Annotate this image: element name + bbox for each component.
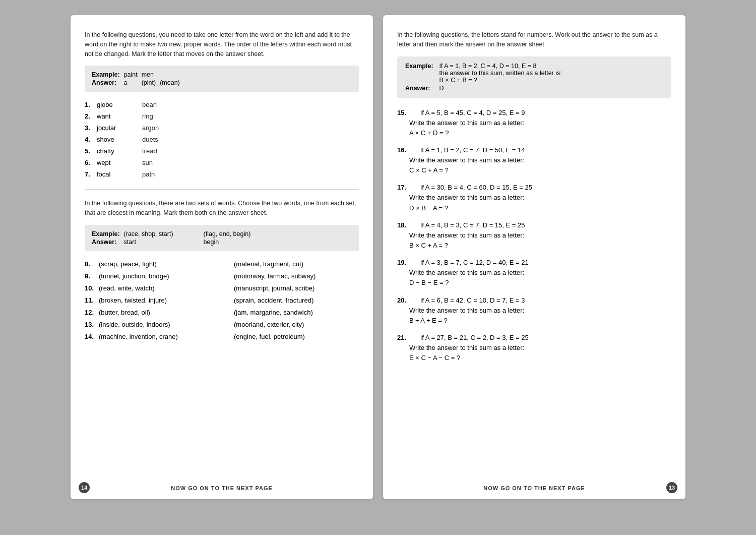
- values-line: If A = 1, B = 2, C = 7, D = 50, E = 14: [420, 146, 525, 154]
- question-number: 5.: [85, 147, 97, 155]
- question-number: 7.: [85, 170, 97, 178]
- write-line: Write the answer to this sum as a letter…: [409, 306, 671, 316]
- write-line: Write the answer to this sum as a letter…: [409, 230, 671, 241]
- list-item: 14.(machine, invention, crane)(engine, f…: [85, 333, 359, 340]
- list-item: 13.(inside, outside, indoors)(moorland, …: [85, 321, 359, 328]
- list-item: 8.(scrap, peace, fight)(material, fragme…: [85, 260, 359, 268]
- ex2-val1: (race, shop, start): [124, 230, 204, 238]
- sum-line: D − B − E = ?: [409, 278, 671, 288]
- sum-line: D × B − A = ?: [409, 203, 671, 213]
- word-left: chatty: [97, 147, 142, 155]
- list-item: 12.(butter, bread, oil)(jam, margarine, …: [85, 309, 359, 316]
- right-ex-label2: Answer:: [405, 85, 438, 92]
- section2-intro: In the following questions, there are tw…: [85, 199, 359, 218]
- list-item: 2.wantring: [85, 112, 359, 120]
- question-number: 9.: [85, 272, 99, 280]
- synonym-group1: (scrap, peace, fight): [99, 260, 224, 268]
- question-number: 8.: [85, 260, 99, 268]
- list-item: 20. If A = 6, B = 42, C = 10, D = 7, E =…: [397, 295, 671, 326]
- example-val1a: paint: [124, 71, 142, 79]
- section1-questions: 1.globebean2.wantring3.jocularargon4.sho…: [85, 101, 359, 178]
- page-number-right: 13: [666, 482, 677, 493]
- word-left: want: [97, 112, 142, 120]
- example-val2c: (mean): [160, 79, 184, 87]
- example-label1: Example:: [92, 71, 124, 79]
- word-right: argon: [142, 124, 159, 132]
- word-left: shove: [97, 136, 142, 143]
- right-example-box: Example: If A = 1, B = 2, C = 4, D = 10,…: [397, 56, 671, 98]
- word-right: tread: [142, 147, 157, 155]
- write-line: Write the answer to this sum as a letter…: [409, 268, 671, 278]
- sum-line: A × C + D = ?: [409, 128, 671, 138]
- list-item: 19. If A = 3, B = 7, C = 12, D = 40, E =…: [397, 258, 671, 288]
- right-ex-ans: D: [439, 85, 562, 92]
- synonym-group2: (jam, margarine, sandwich): [224, 309, 359, 316]
- synonym-group1: (butter, bread, oil): [99, 309, 224, 316]
- list-item: 4.shoveduets: [85, 136, 359, 143]
- section1-intro: In the following questions, you need to …: [85, 30, 359, 58]
- sum-line: B × C + A = ?: [409, 241, 671, 251]
- footer-right: NOW GO ON TO THE NEXT PAGE: [483, 485, 585, 491]
- write-line: Write the answer to this sum as a letter…: [409, 343, 671, 353]
- synonym-group2: (moorland, exterior, city): [224, 321, 359, 328]
- list-item: 1.globebean: [85, 101, 359, 108]
- values-line: If A = 27, B = 21, C = 2, D = 3, E = 25: [420, 334, 529, 341]
- list-item: 5.chattytread: [85, 147, 359, 155]
- right-ex-line2: the answer to this sum, written as a let…: [439, 70, 562, 77]
- list-item: 17. If A = 30, B = 4, C = 60, D = 15, E …: [397, 183, 671, 213]
- right-page: In the following questions, the letters …: [383, 15, 685, 499]
- sum-line: E × C − A − C = ?: [409, 353, 671, 363]
- question-number: 1.: [85, 101, 97, 108]
- list-item: 9.(tunnel, junction, bridge)(motorway, t…: [85, 272, 359, 280]
- question-number: 16.: [397, 146, 406, 154]
- word-right: sun: [142, 159, 153, 166]
- question-number: 6.: [85, 159, 97, 166]
- left-page: In the following questions, you need to …: [71, 15, 373, 499]
- synonym-group1: (read, write, watch): [99, 284, 224, 292]
- example-val1b: men: [142, 71, 160, 79]
- question-number: 20.: [397, 296, 406, 304]
- ex2-ans1: start: [124, 238, 204, 246]
- question-number: 11.: [85, 296, 99, 304]
- list-item: 18. If A = 4, B = 3, C = 7, D = 15, E = …: [397, 220, 671, 251]
- page-number-left: 14: [79, 482, 90, 493]
- synonym-group1: (machine, invention, crane): [99, 333, 224, 340]
- question-number: 17.: [397, 184, 406, 191]
- question-number: 21.: [397, 334, 406, 341]
- synonym-group2: (motorway, tarmac, subway): [224, 272, 359, 280]
- list-item: 10.(read, write, watch)(manuscript, jour…: [85, 284, 359, 292]
- question-number: 13.: [85, 321, 99, 328]
- write-line: Write the answer to this sum as a letter…: [409, 193, 671, 203]
- example-label2: Answer:: [92, 79, 124, 87]
- word-right: ring: [142, 112, 153, 120]
- write-line: Write the answer to this sum as a letter…: [409, 155, 671, 165]
- values-line: If A = 3, B = 7, C = 12, D = 40, E = 21: [420, 259, 529, 266]
- synonym-group2: (engine, fuel, petroleum): [224, 333, 359, 340]
- question-number: 14.: [85, 333, 99, 340]
- right-ex-line3: B × C + B = ?: [439, 77, 562, 84]
- synonym-group1: (broken, twisted, injure): [99, 296, 224, 304]
- values-line: If A = 6, B = 42, C = 10, D = 7, E = 3: [420, 296, 525, 304]
- synonym-group2: (manuscript, journal, scribe): [224, 284, 359, 292]
- ex2-label2: Answer:: [92, 238, 124, 246]
- list-item: 21. If A = 27, B = 21, C = 2, D = 3, E =…: [397, 333, 671, 363]
- word-left: focal: [97, 170, 142, 178]
- values-line: If A = 30, B = 4, C = 60, D = 15, E = 25: [420, 184, 532, 191]
- ex2-label1: Example:: [92, 230, 124, 238]
- section-divider: [85, 189, 359, 190]
- synonym-group1: (tunnel, junction, bridge): [99, 272, 224, 280]
- synonym-group2: (material, fragment, cut): [224, 260, 359, 268]
- sum-line: C × C + A = ?: [409, 165, 671, 175]
- word-left: wept: [97, 159, 142, 166]
- synonym-group1: (inside, outside, indoors): [99, 321, 224, 328]
- question-number: 2.: [85, 112, 97, 120]
- question-number: 4.: [85, 136, 97, 143]
- values-line: If A = 5, B = 45, C = 4, D = 25, E = 9: [420, 109, 525, 116]
- right-intro: In the following questions, the letters …: [397, 30, 671, 49]
- list-item: 7.focalpath: [85, 170, 359, 178]
- word-right: bean: [142, 101, 157, 108]
- word-right: path: [142, 170, 155, 178]
- question-number: 15.: [397, 109, 406, 116]
- list-item: 6.weptsun: [85, 159, 359, 166]
- right-ex-line1: If A = 1, B = 2, C = 4, D = 10, E = 8: [439, 63, 562, 70]
